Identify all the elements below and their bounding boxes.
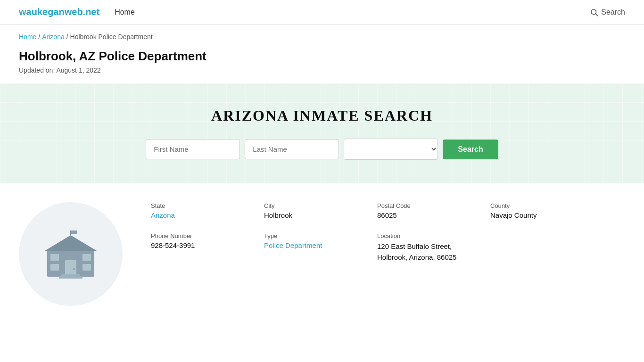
svg-rect-8 [50,254,59,261]
svg-marker-3 [45,235,97,251]
search-button[interactable]: Search [443,140,498,159]
search-form: Arizona Search [19,139,625,160]
postal-value: 86025 [377,211,471,219]
search-banner: ARIZONA INMATE SEARCH Arizona Search [0,83,644,183]
page-title: Holbrook, AZ Police Department [19,49,625,64]
search-banner-title: ARIZONA INMATE SEARCH [19,107,625,124]
breadcrumb-state[interactable]: Arizona [42,33,64,41]
postal-info: Postal Code 86025 [377,202,471,219]
location-info: Location 120 East Buffalo Street, Holbro… [377,232,471,263]
nav-home-link[interactable]: Home [115,8,135,16]
type-info: Type Police Department [264,232,358,263]
location-value: 120 East Buffalo Street, Holbrook, Arizo… [377,241,471,263]
state-value[interactable]: Arizona [151,211,245,219]
county-value: Navajo County [490,211,585,219]
postal-label: Postal Code [377,202,471,209]
facility-icon-circle [19,202,123,306]
svg-rect-6 [65,260,76,277]
location-label: Location [377,232,471,239]
city-label: City [264,202,358,209]
svg-rect-13 [59,276,83,279]
breadcrumb-sep1: / [38,33,40,41]
header: waukeganweb.net Home Search [0,0,644,25]
state-info: State Arizona [151,202,245,219]
facility-building-icon [40,228,101,280]
city-info: City Holbrook [264,202,358,219]
city-value: Holbrook [264,211,358,219]
search-icon [590,8,598,16]
svg-rect-10 [50,264,59,271]
breadcrumb: Home / Arizona / Holbrook Police Departm… [0,25,644,44]
state-label: State [151,202,245,209]
info-section: State Arizona City Holbrook Postal Code … [0,183,644,325]
county-info: County Navajo County [490,202,585,219]
svg-rect-5 [71,230,77,234]
breadcrumb-sep2: / [66,33,68,41]
breadcrumb-current: Holbrook Police Department [70,33,153,41]
svg-line-1 [596,14,598,16]
page-updated: Updated on: August 1, 2022 [19,66,625,74]
svg-point-7 [73,268,75,270]
type-label: Type [264,232,358,239]
header-search-button[interactable]: Search [590,8,625,16]
svg-rect-9 [83,254,91,261]
page-title-section: Holbrook, AZ Police Department Updated o… [0,44,644,83]
header-left: waukeganweb.net Home [19,7,135,17]
phone-label: Phone Number [151,232,245,239]
state-select[interactable]: Arizona [344,139,438,160]
last-name-input[interactable] [245,139,339,159]
first-name-input[interactable] [146,139,240,159]
svg-rect-11 [83,264,91,271]
phone-value: 928-524-3991 [151,241,245,249]
phone-info: Phone Number 928-524-3991 [151,232,245,263]
breadcrumb-home[interactable]: Home [19,33,36,41]
county-label: County [490,202,585,209]
site-logo[interactable]: waukeganweb.net [19,7,99,17]
info-grid: State Arizona City Holbrook Postal Code … [151,202,625,263]
header-search-label: Search [601,8,625,16]
type-value[interactable]: Police Department [264,241,358,249]
